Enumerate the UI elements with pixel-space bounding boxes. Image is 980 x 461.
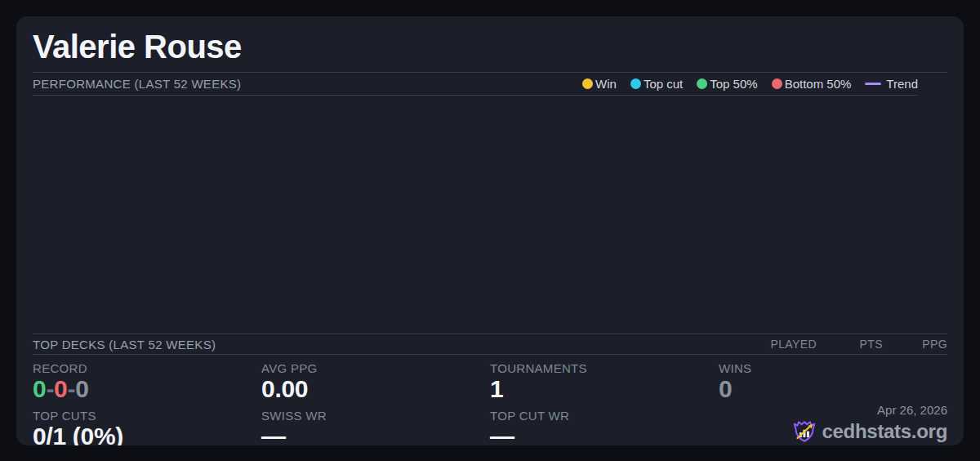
top-decks-section-label: TOP DECKS (LAST 52 WEEKS) — [33, 338, 216, 351]
brand-name: cedhstats.org — [822, 420, 947, 443]
performance-section-label: PERFORMANCE (LAST 52 WEEKS) — [33, 77, 241, 91]
legend-item-trend: Trend — [865, 77, 918, 91]
stats-grid: RECORD 0-0-0 AVG PPG 0.00 TOURNAMENTS 1 … — [33, 355, 947, 445]
avg-ppg-value: 0.00 — [261, 376, 490, 402]
record-separator: - — [67, 375, 75, 402]
legend-label: Win — [595, 77, 617, 91]
player-stats-card: Valerie Rouse PERFORMANCE (LAST 52 WEEKS… — [16, 16, 964, 445]
stat-tournaments: TOURNAMENTS 1 — [490, 355, 719, 402]
bottom-50-dot-icon — [772, 78, 782, 89]
column-header-played: PLAYED — [743, 338, 817, 351]
swiss-wr-value: — — [261, 423, 490, 445]
tournaments-value: 1 — [490, 376, 719, 402]
stat-swiss-wr: SWISS WR — — [261, 402, 490, 445]
performance-chart — [33, 96, 947, 334]
record-separator: - — [46, 375, 54, 402]
legend-label: Bottom 50% — [785, 77, 852, 91]
stat-record: RECORD 0-0-0 — [33, 355, 261, 402]
top-cut-wr-value: — — [490, 423, 719, 445]
performance-section-header: PERFORMANCE (LAST 52 WEEKS) Win Top cut … — [33, 73, 918, 96]
legend-item-win: Win — [582, 77, 617, 91]
stat-wins: WINS 0 — [719, 355, 947, 402]
legend-item-bottom-50: Bottom 50% — [772, 77, 852, 91]
record-value: 0-0-0 — [33, 376, 261, 402]
trend-line-icon — [865, 83, 881, 85]
top-cuts-value: 0/1 (0%) — [33, 423, 261, 445]
legend-label: Trend — [886, 77, 918, 91]
stat-top-cut-wr: TOP CUT WR — — [490, 402, 719, 445]
cedhstats-logo-icon — [792, 419, 817, 444]
wins-value: 0 — [719, 376, 947, 402]
brand-row: cedhstats.org — [792, 419, 947, 444]
stat-top-cuts: TOP CUTS 0/1 (0%) — [33, 402, 261, 445]
stat-label: RECORD — [33, 361, 261, 376]
legend-label: Top 50% — [710, 77, 757, 91]
record-wins: 0 — [33, 375, 46, 402]
stat-label: TOP CUT WR — [490, 409, 719, 423]
column-header-pts: PTS — [817, 338, 883, 351]
stat-label: AVG PPG — [261, 361, 490, 376]
page-title: Valerie Rouse — [33, 29, 947, 65]
report-date: Apr 26, 2026 — [877, 402, 947, 418]
stat-label: TOP CUTS — [33, 409, 261, 423]
top-50-dot-icon — [697, 78, 707, 89]
win-dot-icon — [582, 78, 593, 89]
chart-legend: Win Top cut Top 50% Bottom 50% Trend — [582, 77, 918, 91]
legend-item-top-cut: Top cut — [630, 77, 683, 91]
stat-label: TOURNAMENTS — [490, 361, 719, 376]
top-decks-section-header: TOP DECKS (LAST 52 WEEKS) PLAYED PTS PPG — [33, 334, 947, 355]
record-draws: 0 — [75, 375, 88, 402]
legend-label: Top cut — [644, 77, 683, 91]
record-losses: 0 — [54, 375, 67, 402]
column-header-ppg: PPG — [883, 338, 947, 351]
legend-item-top-50: Top 50% — [697, 77, 757, 91]
stat-avg-ppg: AVG PPG 0.00 — [261, 355, 490, 402]
footer-branding: Apr 26, 2026 cedhstats.org — [719, 402, 947, 445]
top-cut-dot-icon — [630, 78, 641, 89]
top-decks-column-headers: PLAYED PTS PPG — [743, 338, 947, 351]
stat-label: SWISS WR — [261, 409, 490, 423]
stat-label: WINS — [719, 361, 947, 376]
